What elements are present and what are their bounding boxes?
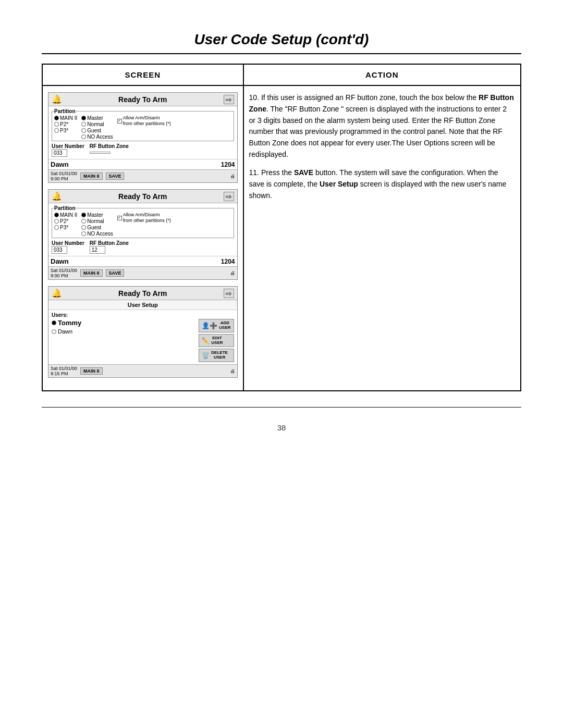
screen-cell: 🔔 Ready To Arm ⇨ Partition MAIN II <box>42 85 243 391</box>
panel1-opt-guest[interactable]: Guest <box>81 128 113 133</box>
user-item-tommy[interactable]: Tommy <box>52 319 195 327</box>
panel2-opt-normal-dot <box>81 219 86 224</box>
panel1-opt-normal-label: Normal <box>87 121 104 127</box>
add-user-button[interactable]: 👤➕ ADDUSER <box>199 319 234 332</box>
panel1-ready-text: Ready To Arm <box>65 95 221 104</box>
panel2-header: 🔔 Ready To Arm ⇨ <box>48 190 237 203</box>
panel3-user-buttons: 👤➕ ADDUSER ✏️ EDITUSER 🗑️ DELETEUSER <box>199 319 234 362</box>
panel1-arrow-icon[interactable]: ⇨ <box>224 95 234 104</box>
panel2-radio-main[interactable]: MAIN II <box>54 212 77 218</box>
panel1-bell-icon: 🔔 <box>52 94 62 104</box>
panel2-user-number-group: User Number 033 <box>52 240 84 254</box>
panel1-main-button[interactable]: MAIN II <box>80 172 103 180</box>
action11-text: Press the <box>261 168 294 177</box>
panel2-opt-master[interactable]: Master <box>81 212 113 218</box>
panel1-radio-p3[interactable]: P3* <box>54 128 77 133</box>
panel2-name-row: Dawn 1204 <box>48 256 237 266</box>
panel2-radio-main-label: MAIN II <box>60 212 77 218</box>
panel1-body: Partition MAIN II P2* <box>48 106 237 159</box>
panel1-allow-arm-check[interactable]: Allow Arm/Disarm from other partitions (… <box>117 115 171 127</box>
panel1-user-number-label: User Number <box>52 143 84 149</box>
add-user-icon: 👤➕ <box>202 322 217 329</box>
panel1-header: 🔔 Ready To Arm ⇨ <box>48 93 237 106</box>
panel2-allow-arm: Allow Arm/Disarm from other partitions (… <box>117 212 171 224</box>
edit-user-button[interactable]: ✏️ EDITUSER <box>199 334 234 348</box>
panel1-allow-arm-checkbox <box>117 119 122 124</box>
panel2-radio-p2[interactable]: P2* <box>54 218 77 224</box>
content-table: SCREEN ACTION 🔔 Ready To Arm ⇨ Partition <box>42 64 521 391</box>
panel1-radio-p3-label: P3* <box>60 128 68 133</box>
panel2-user-number-label: User Number <box>52 240 84 246</box>
panel2-opt-guest[interactable]: Guest <box>81 225 113 230</box>
panel2-main-button[interactable]: MAIN II <box>80 269 103 277</box>
user-item-dawn[interactable]: Dawn <box>52 328 195 335</box>
panel3-user-setup-label: User Setup <box>48 300 237 310</box>
panel2-partition-row: MAIN II P2* P3* <box>54 212 231 237</box>
panel3-bell-icon: 🔔 <box>52 288 62 298</box>
panel3: 🔔 Ready To Arm ⇨ User Setup Users: Tommy <box>48 286 238 378</box>
panel2-allow-arm-check[interactable]: Allow Arm/Disarm from other partitions (… <box>117 212 171 224</box>
panel1-footer-icon: 🖨 <box>230 174 235 179</box>
panel1-name: Dawn <box>51 161 221 168</box>
action10-bold1: RF Button <box>479 93 514 102</box>
panel1-rf-button-field[interactable] <box>90 152 111 154</box>
panel1-partition-label: Partition <box>54 108 76 114</box>
panel2-name: Dawn <box>51 257 221 265</box>
panel1-code: 1204 <box>221 161 235 168</box>
panel3-ready-text: Ready To Arm <box>65 289 221 298</box>
panel1-user-number-group: User Number 033 <box>52 143 84 157</box>
panel2-save-button[interactable]: SAVE <box>106 269 125 277</box>
panel1-opt-noaccess[interactable]: NO Access <box>81 134 113 140</box>
panel1-opt-normal[interactable]: Normal <box>81 121 113 127</box>
panel1-radio-main[interactable]: MAIN II <box>54 115 77 121</box>
panel2-footer-icon: 🖨 <box>230 270 235 276</box>
panel2-radio-group: MAIN II P2* P3* <box>54 212 77 230</box>
panel1-user-number-field[interactable]: 033 <box>52 149 67 157</box>
panel2-footer: Sat 01/01/00 9:00 PM MAIN II SAVE 🖨 <box>48 266 237 279</box>
panel3-main-button[interactable]: MAIN II <box>80 367 103 375</box>
panel2-radio-p3[interactable]: P3* <box>54 225 77 230</box>
user-dawn-radio <box>52 329 56 334</box>
screen-header: SCREEN <box>42 64 243 85</box>
delete-user-button[interactable]: 🗑️ DELETEUSER <box>199 349 234 362</box>
action-cell: 10. If this user is assigned an RF butto… <box>243 85 521 391</box>
panel3-footer: Sat 01/01/00 9:15 PM MAIN II 🖨 <box>48 364 237 377</box>
panel1-opt-normal-dot <box>81 122 86 127</box>
panel2-datetime: Sat 01/01/00 9:00 PM <box>51 268 77 278</box>
panel2-arrow-icon[interactable]: ⇨ <box>224 192 234 201</box>
panel2-rf-button-group: RF Button Zone 12 <box>90 240 129 254</box>
panel2-user-number-section: User Number 033 RF Button Zone 12 <box>52 240 234 254</box>
panel1-save-button[interactable]: SAVE <box>106 172 125 180</box>
panel1-radio-p2[interactable]: P2* <box>54 121 77 127</box>
panel2-opt-noaccess-dot <box>81 231 86 236</box>
panel2-partition-label: Partition <box>54 205 76 211</box>
panel1-opt-master[interactable]: Master <box>81 115 113 121</box>
panel2-opt-noaccess[interactable]: NO Access <box>81 231 113 237</box>
panel1-radio-main-label: MAIN II <box>60 115 77 121</box>
panel1-opt-noaccess-label: NO Access <box>87 134 113 140</box>
panel1-opt-guest-label: Guest <box>87 128 101 133</box>
delete-user-label: DELETEUSER <box>211 351 228 360</box>
action10-num: 10. <box>249 93 259 102</box>
panel1-radio-group: MAIN II P2* P3* <box>54 115 77 133</box>
panel2-opt-normal[interactable]: Normal <box>81 218 113 224</box>
panel2-opt-master-label: Master <box>87 212 103 218</box>
user-tommy-radio <box>52 320 56 325</box>
panel2-user-number-field[interactable]: 033 <box>52 246 67 254</box>
panel2-code: 1204 <box>221 258 235 265</box>
action11-num: 11. <box>249 168 259 177</box>
panel2-allow-arm-text: Allow Arm/Disarm from other partitions (… <box>123 212 171 224</box>
panel1-user-number-section: User Number 033 RF Button Zone <box>52 143 234 157</box>
add-user-label: ADDUSER <box>219 321 230 330</box>
panel3-footer-icon: 🖨 <box>230 368 235 374</box>
panel1-partition: Partition MAIN II P2* <box>52 108 234 141</box>
panel3-header: 🔔 Ready To Arm ⇨ <box>48 287 237 300</box>
delete-user-icon: 🗑️ <box>202 352 210 359</box>
panel1-footer: Sat 01/01/00 9:00 PM MAIN II SAVE 🖨 <box>48 169 237 182</box>
action10-paragraph: 10. If this user is assigned an RF butto… <box>249 92 515 160</box>
panel3-body: Users: Tommy Dawn <box>48 310 237 364</box>
panel3-arrow-icon[interactable]: ⇨ <box>224 289 234 298</box>
panel2-rf-button-field[interactable]: 12 <box>90 246 105 254</box>
panel2-radio-main-dot <box>54 213 59 217</box>
panel2-allow-arm-checkbox <box>117 216 122 220</box>
